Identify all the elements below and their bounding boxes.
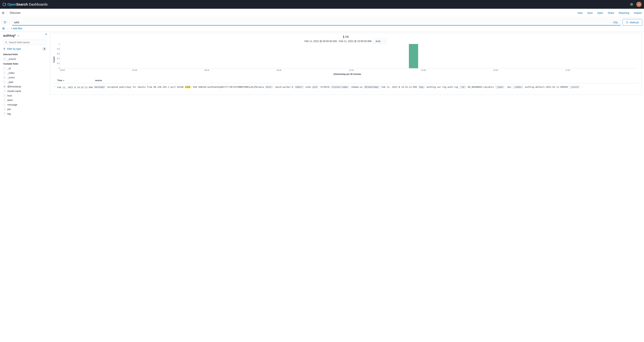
field-type-icon: t (3, 112, 6, 115)
field-item[interactable]: _source (3, 57, 46, 61)
x-tick: 21:00 (566, 69, 638, 71)
content-area: 1 hit Feb 11, 2022 @ 00:00:00.000 - Feb … (49, 32, 644, 342)
field-name: tag (7, 112, 11, 115)
query-bar: DQL Refresh (0, 17, 644, 26)
field-item[interactable]: t_type (3, 80, 46, 84)
x-tick: 18:00 (493, 69, 566, 71)
nav-share[interactable]: Share (606, 12, 616, 14)
query-input-wrap: DQL (12, 19, 621, 26)
nav-inspect[interactable]: Inspect (632, 12, 644, 14)
y-tick: 0.4 (56, 57, 60, 60)
field-item[interactable]: #_score (3, 75, 46, 80)
field-type-icon: t (3, 72, 6, 74)
field-key: _type: (495, 86, 504, 88)
index-pattern-selector[interactable]: authlog* (3, 34, 46, 38)
field-key: tag: (418, 86, 425, 88)
field-key: @timestamp: (364, 86, 380, 88)
field-type-icon: # (3, 76, 6, 79)
available-fields-header: Available fields (3, 63, 46, 65)
refresh-label: Refresh (630, 21, 639, 24)
field-key: message: (94, 86, 106, 88)
field-item[interactable]: tcluster.name (3, 89, 46, 93)
add-filter-button[interactable]: + Add filter (11, 27, 22, 30)
hit-count: 1 hit (52, 35, 639, 39)
field-search[interactable] (3, 40, 46, 45)
field-item[interactable]: t_index (3, 71, 46, 75)
index-pattern-name: authlog* (3, 34, 16, 38)
time-range-text: Feb 11, 2022 @ 00:00:00.000 - Feb 11, 20… (304, 40, 372, 43)
chart-plot-area[interactable]: 00.20.40.60.81 (60, 44, 638, 68)
histogram-bar[interactable] (409, 44, 418, 68)
table-header: Time ▼ _source (52, 78, 639, 83)
field-name: _score (7, 76, 15, 79)
field-item[interactable]: tpid (3, 107, 46, 111)
dql-toggle[interactable]: DQL (611, 19, 621, 26)
field-name: _type (7, 81, 13, 83)
field-name: cluster.name (7, 90, 21, 92)
filter-bar: — + Add filter (0, 26, 644, 32)
brand[interactable]: OpenSearch Dashboards (2, 3, 48, 7)
field-type-icon: t (3, 103, 6, 106)
main-area: authlog* Filter by type 0 Selected field… (0, 32, 644, 342)
field-type-icon (3, 85, 6, 88)
refresh-button[interactable]: Refresh (622, 19, 642, 26)
field-item[interactable]: thost (3, 93, 46, 98)
filter-menu-icon[interactable] (2, 27, 5, 30)
svg-point-1 (631, 4, 632, 5)
field-name: ident (7, 99, 12, 102)
nav-open[interactable]: Open (595, 12, 606, 14)
svg-point-4 (6, 42, 6, 43)
time-range-row: Feb 11, 2022 @ 00:00:00.000 - Feb 11, 20… (52, 40, 639, 43)
field-item[interactable]: @timestamp (3, 84, 46, 89)
field-name: pid (7, 108, 11, 111)
disk-save-icon (4, 21, 6, 24)
field-item[interactable]: tmessage (3, 102, 46, 107)
field-key: _index: (513, 86, 524, 88)
column-source[interactable]: _source (94, 79, 639, 82)
chevron-right-icon (54, 85, 56, 87)
field-key: ident: (294, 86, 304, 88)
page-title: Discover (9, 11, 20, 15)
fields-sidebar: authlog* Filter by type 0 Selected field… (0, 32, 49, 342)
field-type-icon: t (3, 90, 6, 92)
saved-queries-button[interactable] (2, 19, 10, 26)
filter-by-type-button[interactable]: Filter by type 0 (3, 47, 46, 51)
field-item[interactable]: tident (3, 98, 46, 102)
y-tick: 0.6 (56, 53, 60, 55)
expand-row-button[interactable] (52, 85, 57, 90)
filter-by-type-label: Filter by type (7, 48, 21, 50)
column-time-label: Time (57, 79, 62, 82)
row-source: message: Accepted publickey for ubuntu f… (94, 85, 639, 90)
opensearch-logo-icon (2, 3, 6, 6)
nav-reporting[interactable]: Reporting (616, 12, 632, 14)
selected-fields-header: Selected fields (3, 53, 46, 56)
column-time[interactable]: Time ▼ (57, 79, 94, 82)
nav-save[interactable]: Save (585, 12, 595, 14)
chevron-down-icon (17, 35, 20, 37)
svg-rect-2 (4, 22, 6, 23)
refresh-icon (626, 21, 628, 24)
field-name: _id (7, 67, 11, 70)
user-avatar[interactable]: c (636, 2, 642, 7)
filter-type-count: 0 (42, 47, 46, 51)
avatar-initial: c (638, 3, 640, 6)
chart-x-axis: 00:0003:0006:0009:0012:0015:0018:0021:00 (60, 69, 638, 71)
results-table: Time ▼ _source Feb 11, 2022 @ 14:32:12.0… (52, 78, 639, 91)
field-name: _source (7, 58, 16, 60)
field-key: host: (265, 86, 273, 88)
help-icon[interactable] (630, 3, 633, 6)
collapse-sidebar-button[interactable] (45, 33, 48, 36)
field-search-input[interactable] (9, 41, 44, 44)
nav-new[interactable]: New (576, 12, 585, 14)
field-item[interactable]: t_id (3, 66, 46, 71)
query-input[interactable] (12, 19, 611, 26)
chart-x-label: @timestamp per 30 minutes (55, 73, 639, 75)
field-type-icon: t (3, 108, 6, 111)
x-tick: 03:00 (132, 69, 204, 71)
nav-toggle-button[interactable] (2, 10, 7, 16)
filter-divider: — (6, 27, 9, 30)
histogram-chart: Count 00.20.40.60.81 00:0003:0006:0009:0… (52, 44, 639, 75)
x-tick: 00:00 (60, 69, 132, 71)
field-item[interactable]: ttag (3, 111, 46, 116)
interval-select[interactable]: Auto (373, 39, 387, 44)
